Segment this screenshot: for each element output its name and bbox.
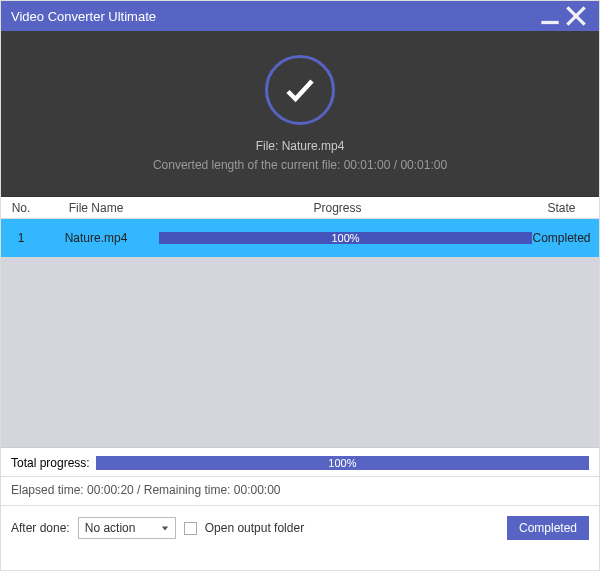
col-header-state: State [524,201,599,215]
after-done-selected: No action [85,521,136,535]
completed-button[interactable]: Completed [507,516,589,540]
col-header-filename: File Name [41,201,151,215]
time-section: Elapsed time: 00:00:20 / Remaining time:… [1,477,599,506]
row-progress-text: 100% [331,232,359,244]
row-progress-bar: 100% [159,232,532,244]
col-header-progress: Progress [151,201,524,215]
open-output-checkbox[interactable] [184,522,197,535]
open-output-label: Open output folder [205,521,304,535]
table-header: No. File Name Progress State [1,197,599,219]
total-progress-bar: 100% [96,456,589,470]
titlebar: Video Converter Ultimate [1,1,599,31]
empty-list-area [1,257,599,447]
window-title: Video Converter Ultimate [11,9,537,24]
table-row[interactable]: 1 Nature.mp4 100% Completed [1,219,599,257]
row-no: 1 [1,231,41,245]
converted-length-label: Converted length of the current file: 00… [153,158,447,172]
after-done-label: After done: [11,521,70,535]
close-button[interactable] [563,3,589,29]
total-progress-section: Total progress: 100% [1,447,599,477]
after-done-select[interactable]: No action [78,517,176,539]
status-header: File: Nature.mp4 Converted length of the… [1,31,599,197]
success-check-icon [265,55,335,125]
elapsed-remaining-label: Elapsed time: 00:00:20 / Remaining time:… [11,483,281,497]
minimize-button[interactable] [537,3,563,29]
chevron-down-icon [161,521,169,535]
row-filename: Nature.mp4 [41,231,151,245]
total-progress-text: 100% [328,457,356,469]
row-progress: 100% [151,232,524,244]
col-header-no: No. [1,201,41,215]
current-file-label: File: Nature.mp4 [256,139,345,153]
svg-marker-3 [162,526,168,530]
row-state: Completed [524,231,599,245]
footer: After done: No action Open output folder… [1,506,599,550]
total-progress-label: Total progress: [11,456,90,470]
